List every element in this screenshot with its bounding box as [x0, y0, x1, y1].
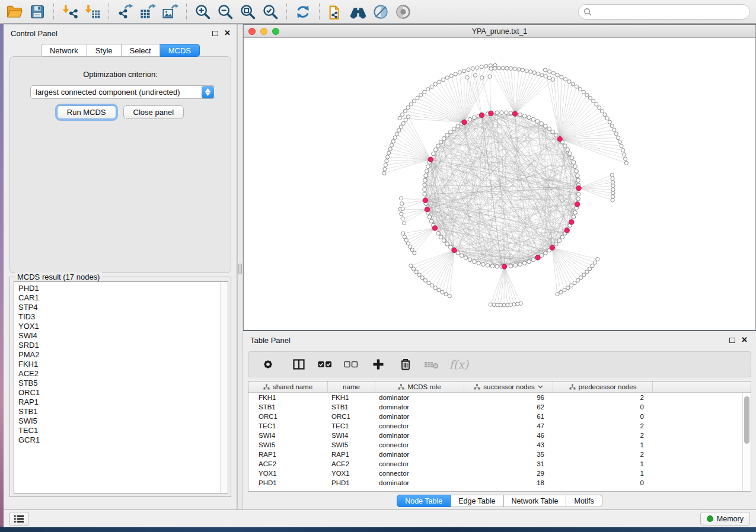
- export-image-button[interactable]: [159, 2, 181, 22]
- leaf-node[interactable]: [437, 289, 441, 292]
- cell-shared-name[interactable]: ACE2: [248, 460, 328, 467]
- cell-MCDS-role[interactable]: dominator: [375, 451, 464, 458]
- cell-successor-nodes[interactable]: 61: [464, 413, 553, 420]
- result-node[interactable]: GCR1: [18, 435, 220, 445]
- network-node[interactable]: [554, 133, 559, 137]
- network-canvas[interactable]: [244, 38, 755, 330]
- result-node[interactable]: YOX1: [18, 322, 220, 331]
- network-node[interactable]: [425, 169, 429, 174]
- cell-predecessor-nodes[interactable]: 2: [553, 432, 653, 439]
- cell-MCDS-role[interactable]: connector: [375, 441, 464, 448]
- float-table-panel-icon[interactable]: [729, 338, 735, 343]
- cell-shared-name[interactable]: FKH1: [248, 394, 328, 401]
- network-node[interactable]: [490, 264, 495, 268]
- leaf-node[interactable]: [409, 264, 413, 268]
- delete-table-button[interactable]: [420, 354, 443, 374]
- leaf-node[interactable]: [400, 212, 403, 216]
- leaf-node[interactable]: [611, 195, 615, 198]
- leaf-node[interactable]: [384, 163, 387, 166]
- cell-predecessor-nodes[interactable]: 0: [553, 479, 653, 486]
- leaf-node[interactable]: [414, 270, 418, 274]
- cell-name[interactable]: FKH1: [328, 394, 375, 401]
- cell-predecessor-nodes[interactable]: 0: [553, 403, 653, 411]
- network-node[interactable]: [513, 264, 518, 268]
- cell-predecessor-nodes[interactable]: 2: [553, 451, 653, 458]
- network-node[interactable]: [576, 174, 580, 178]
- network-node[interactable]: [423, 183, 427, 187]
- result-node[interactable]: SRD1: [18, 341, 220, 350]
- network-from-document-button[interactable]: [324, 2, 347, 22]
- leaf-node[interactable]: [611, 188, 615, 191]
- result-node[interactable]: PHD1: [18, 284, 220, 293]
- leaf-node[interactable]: [547, 70, 551, 73]
- network-node[interactable]: [577, 193, 581, 197]
- cell-shared-name[interactable]: STB1: [248, 403, 328, 411]
- table-row[interactable]: PHD1PHD1dominator180: [248, 478, 751, 488]
- leaf-node[interactable]: [521, 68, 525, 72]
- cell-successor-nodes[interactable]: 96: [464, 394, 553, 401]
- result-node[interactable]: ORC1: [18, 388, 220, 398]
- network-node[interactable]: [551, 130, 555, 134]
- leaf-node[interactable]: [473, 73, 477, 77]
- network-canvas-svg[interactable]: [244, 38, 755, 330]
- leaf-node[interactable]: [613, 128, 616, 132]
- cell-name[interactable]: STB1: [328, 403, 375, 411]
- leaf-node[interactable]: [614, 132, 618, 136]
- leaf-node[interactable]: [600, 110, 604, 113]
- leaf-node[interactable]: [423, 90, 426, 94]
- network-node[interactable]: [495, 111, 499, 115]
- mcds-hub-node[interactable]: [489, 111, 493, 116]
- leaf-node[interactable]: [543, 68, 547, 72]
- network-node[interactable]: [527, 116, 531, 120]
- leaf-node[interactable]: [489, 67, 493, 70]
- cell-MCDS-role[interactable]: dominator: [375, 394, 464, 401]
- mcds-hub-node[interactable]: [535, 255, 540, 260]
- network-node[interactable]: [468, 258, 472, 262]
- network-node[interactable]: [576, 178, 580, 182]
- cell-name[interactable]: PHD1: [328, 479, 375, 486]
- result-node[interactable]: RAP1: [18, 398, 220, 407]
- cell-name[interactable]: TEC1: [328, 422, 375, 430]
- cell-successor-nodes[interactable]: 29: [464, 470, 553, 477]
- leaf-node[interactable]: [391, 140, 395, 143]
- global-search-box[interactable]: [578, 4, 750, 20]
- leaf-node[interactable]: [585, 270, 589, 274]
- network-node[interactable]: [535, 120, 540, 124]
- result-node[interactable]: SWI5: [18, 416, 220, 426]
- network-node[interactable]: [495, 265, 499, 269]
- network-node[interactable]: [426, 165, 430, 169]
- close-panel-icon[interactable]: ✕: [224, 30, 231, 36]
- cell-shared-name[interactable]: YOX1: [248, 470, 328, 477]
- network-node[interactable]: [572, 215, 576, 219]
- memory-button[interactable]: Memory: [700, 512, 750, 525]
- leaf-node[interactable]: [566, 286, 570, 290]
- leaf-node[interactable]: [404, 118, 407, 121]
- network-node[interactable]: [568, 152, 572, 156]
- leaf-node[interactable]: [605, 117, 609, 120]
- leaf-node[interactable]: [623, 153, 626, 156]
- cell-successor-nodes[interactable]: 62: [464, 403, 553, 411]
- result-node[interactable]: STB1: [18, 407, 220, 416]
- cell-successor-nodes[interactable]: 43: [464, 441, 553, 448]
- leaf-node[interactable]: [406, 242, 410, 245]
- zoom-out-button[interactable]: [214, 2, 237, 22]
- leaf-node[interactable]: [517, 68, 521, 71]
- cell-predecessor-nodes[interactable]: 0: [553, 413, 653, 420]
- leaf-node[interactable]: [529, 70, 532, 73]
- mcds-hub-node[interactable]: [512, 111, 517, 116]
- network-node[interactable]: [424, 174, 428, 178]
- mcds-hub-node[interactable]: [452, 248, 457, 252]
- network-node[interactable]: [573, 210, 578, 214]
- table-row[interactable]: STB1STB1dominator620: [248, 402, 751, 412]
- network-node[interactable]: [522, 114, 527, 118]
- cell-predecessor-nodes[interactable]: 2: [553, 394, 653, 401]
- network-node[interactable]: [500, 111, 504, 115]
- leaf-node[interactable]: [401, 232, 405, 235]
- leaf-node[interactable]: [611, 191, 615, 195]
- leaf-node[interactable]: [610, 124, 614, 127]
- network-node[interactable]: [468, 117, 472, 121]
- network-node[interactable]: [423, 193, 427, 197]
- leaf-node[interactable]: [471, 67, 474, 70]
- leaf-node[interactable]: [398, 116, 401, 120]
- table-row[interactable]: RAP1RAP1dominator352: [248, 450, 751, 459]
